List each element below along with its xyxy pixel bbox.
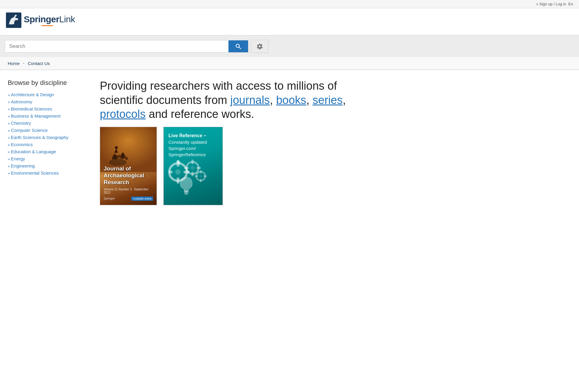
springer-reference-logo: ⓒ SpringerReference <box>192 205 218 205</box>
sidebar-title: Browse by discipline <box>8 79 88 87</box>
search-area <box>0 35 579 57</box>
settings-button[interactable] <box>251 40 269 53</box>
svg-rect-12 <box>168 171 173 173</box>
nav-contact-us[interactable]: Contact Us <box>26 61 52 66</box>
sidebar-item-astronomy[interactable]: Astronomy <box>8 99 32 104</box>
svg-rect-29 <box>184 192 189 193</box>
hero-link-journals[interactable]: journals <box>230 94 270 106</box>
logo-area: SpringerLink <box>6 12 573 28</box>
list-item: Business & Management <box>8 113 88 119</box>
list-item: Architecture & Design <box>8 92 88 97</box>
main-content: Browse by discipline Architecture & Desi… <box>0 70 579 214</box>
sidebar-item-economics[interactable]: Economics <box>8 142 33 147</box>
journal-title: Journal of Archaeological Research <box>104 165 153 186</box>
search-input-wrapper <box>5 40 248 53</box>
journal-subtitle: Volume 21 Number 3 · September 2013 <box>104 188 153 194</box>
journal-cover[interactable]: Journal of Archaeological Research Volum… <box>100 127 157 205</box>
list-item: Computer Science <box>8 128 88 133</box>
available-badge: Available online <box>131 197 153 201</box>
svg-rect-19 <box>191 172 193 176</box>
top-bar: » Sign up / Log in En <box>0 0 579 8</box>
logo-underline <box>42 25 53 26</box>
svg-rect-24 <box>200 170 202 173</box>
search-icon <box>235 43 242 50</box>
nav-separator: • <box>23 62 24 65</box>
svg-rect-21 <box>196 167 201 169</box>
journal-footer: Springer Available online <box>104 197 153 201</box>
sidebar-item-education-language[interactable]: Education & Language <box>8 149 56 154</box>
sidebar-item-energy[interactable]: Energy <box>8 156 25 161</box>
svg-rect-30 <box>184 193 188 195</box>
svg-rect-20 <box>184 167 189 169</box>
hero-link-series[interactable]: series <box>313 94 343 106</box>
list-item: Environmental Sciences <box>8 170 88 176</box>
reference-cover[interactable]: Live Reference – Constantly updated Spri… <box>163 127 223 205</box>
language-selector[interactable]: En <box>568 2 573 6</box>
svg-point-23 <box>199 175 202 177</box>
hero-section: Providing researchers with access to mil… <box>94 76 574 208</box>
list-item: Energy <box>8 156 88 162</box>
svg-point-6 <box>115 146 118 149</box>
svg-rect-18 <box>191 160 193 164</box>
sidebar-item-architecture-design[interactable]: Architecture & Design <box>8 92 54 97</box>
signup-login-link[interactable]: » Sign up / Log in <box>536 2 566 6</box>
nav-home[interactable]: Home <box>6 61 21 66</box>
sidebar-list: Architecture & Design Astronomy Biomedic… <box>8 92 88 176</box>
svg-point-9 <box>175 169 181 175</box>
svg-rect-11 <box>177 178 179 184</box>
reference-text-top: Live Reference – Constantly updated Spri… <box>168 132 218 158</box>
list-item: Biomedical Sciences <box>8 106 88 112</box>
logo-text-area: SpringerLink <box>24 14 75 26</box>
list-item: Astronomy <box>8 99 88 105</box>
nav-bar: Home • Contact Us <box>0 57 579 70</box>
sidebar: Browse by discipline Architecture & Desi… <box>5 76 94 181</box>
books-area: Journal of Archaeological Research Volum… <box>100 127 568 205</box>
svg-point-7 <box>125 157 128 160</box>
gear-icon <box>256 43 263 50</box>
search-input[interactable] <box>5 40 228 52</box>
list-item: Chemistry <box>8 121 88 126</box>
sidebar-item-earth-sciences-geography[interactable]: Earth Sciences & Geography <box>8 135 68 140</box>
list-item: Economics <box>8 142 88 147</box>
svg-line-2 <box>239 47 241 49</box>
reference-illustration <box>168 158 218 203</box>
svg-point-5 <box>109 159 127 166</box>
hero-link-books[interactable]: books <box>276 94 306 106</box>
sidebar-item-chemistry[interactable]: Chemistry <box>8 121 31 126</box>
hero-title: Providing researchers with access to mil… <box>100 79 355 121</box>
hero-text-end: and reference works. <box>146 108 254 120</box>
svg-rect-25 <box>200 179 202 182</box>
list-item: Education & Language <box>8 149 88 154</box>
svg-point-17 <box>191 166 195 170</box>
sidebar-item-computer-science[interactable]: Computer Science <box>8 128 48 133</box>
svg-rect-28 <box>184 191 189 192</box>
hero-link-protocols[interactable]: protocols <box>100 108 146 120</box>
sidebar-item-biomedical-sciences[interactable]: Biomedical Sciences <box>8 106 52 111</box>
svg-rect-26 <box>195 175 198 177</box>
reference-footer: ⓒ SpringerReference <box>168 203 218 205</box>
gears-lightbulb-svg <box>168 159 218 201</box>
header: SpringerLink <box>0 8 579 35</box>
springer-logo-icon <box>6 12 21 28</box>
list-item: Engineering <box>8 163 88 169</box>
journal-springer-logo: Springer <box>104 197 115 200</box>
svg-rect-27 <box>203 175 207 177</box>
sidebar-item-engineering[interactable]: Engineering <box>8 163 35 168</box>
search-button[interactable] <box>228 40 248 52</box>
list-item: Earth Sciences & Geography <box>8 135 88 140</box>
logo-text: SpringerLink <box>24 14 75 24</box>
sidebar-item-business-management[interactable]: Business & Management <box>8 113 61 118</box>
sidebar-item-environmental-sciences[interactable]: Environmental Sciences <box>8 170 59 176</box>
